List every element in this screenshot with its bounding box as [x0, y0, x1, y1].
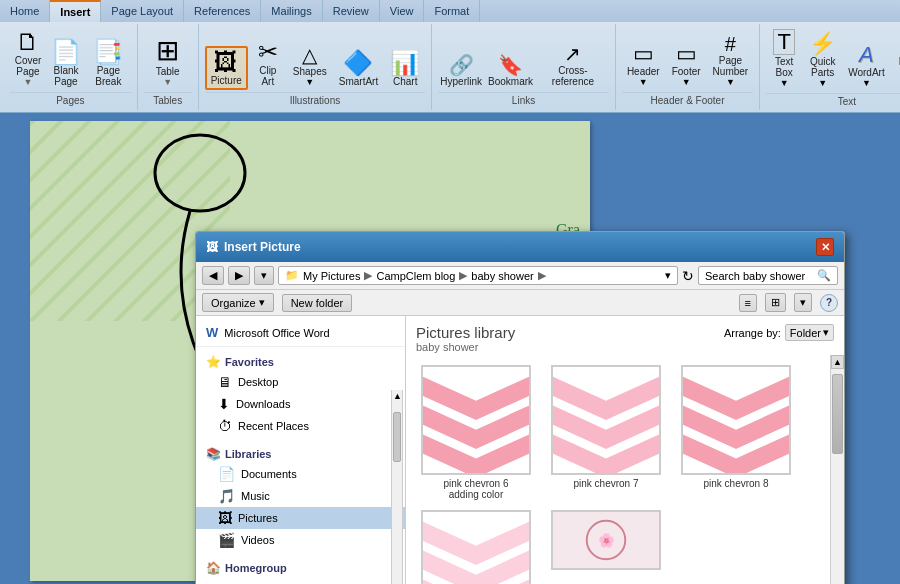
- thumbnail-item5[interactable]: 🌸: [546, 510, 666, 584]
- chevron7-svg: [553, 365, 659, 475]
- organize-arrow: ▾: [259, 296, 265, 309]
- nav-item-word[interactable]: W Microsoft Office Word: [196, 322, 405, 347]
- smart-art-button[interactable]: 🔷 SmartArt: [334, 48, 383, 90]
- organize-button[interactable]: Organize ▾: [202, 293, 274, 312]
- nav-item-videos[interactable]: 🎬 Videos: [196, 529, 405, 551]
- recent-label: Recent Places: [238, 420, 309, 432]
- arrange-bar: Arrange by: Folder ▾: [724, 324, 834, 341]
- tab-insert[interactable]: Insert: [50, 0, 101, 22]
- desktop-label: Desktop: [238, 376, 278, 388]
- page-break-button[interactable]: 📑 Page Break: [86, 37, 131, 90]
- text-box-label: TextBox: [775, 56, 793, 78]
- view-details-button[interactable]: ⊞: [765, 293, 786, 312]
- cross-ref-icon: ↗: [564, 44, 581, 64]
- chart-button[interactable]: 📊 Chart: [385, 48, 425, 90]
- word-art-label: WordArt: [848, 67, 885, 78]
- search-text: Search baby shower: [705, 270, 805, 282]
- address-path[interactable]: 📁 My Pictures ▶ CampClem blog ▶ baby sho…: [278, 266, 678, 285]
- nav-item-downloads[interactable]: ⬇ Downloads: [196, 393, 405, 415]
- word-art-button[interactable]: A WordArt ▼: [843, 41, 890, 91]
- table-arrow: ▼: [163, 77, 172, 87]
- nav-item-recent[interactable]: ⏱ Recent Places: [196, 415, 405, 437]
- arrange-value: Folder: [790, 327, 821, 339]
- quick-parts-arrow: ▼: [818, 78, 827, 88]
- help-button[interactable]: ?: [820, 294, 838, 312]
- content-scroll-thumb[interactable]: [832, 374, 843, 454]
- new-folder-button[interactable]: New folder: [282, 294, 353, 312]
- picture-button[interactable]: 🖼 Picture: [205, 46, 248, 90]
- thumb-img-chevron8: [681, 365, 791, 475]
- dialog-close-button[interactable]: ✕: [816, 238, 834, 256]
- cross-ref-button[interactable]: ↗ Cross-reference: [537, 41, 609, 90]
- thumbnail-chevron9[interactable]: pink chevron 9lighter: [416, 510, 536, 584]
- shapes-button[interactable]: △ Shapes ▼: [288, 42, 332, 90]
- quick-parts-button[interactable]: ⚡ QuickParts ▼: [804, 30, 841, 91]
- back-button[interactable]: ◀: [202, 266, 224, 285]
- refresh-button[interactable]: ↻: [682, 268, 694, 284]
- nav-scroll-thumb[interactable]: [393, 412, 401, 462]
- favorites-label: Favorites: [225, 356, 274, 368]
- page-break-icon: 📑: [93, 40, 123, 64]
- tab-view[interactable]: View: [380, 0, 425, 22]
- picture-label: Picture: [211, 75, 242, 86]
- search-box[interactable]: Search baby shower 🔍: [698, 266, 838, 285]
- thumbnail-chevron8[interactable]: pink chevron 8: [676, 365, 796, 500]
- nav-item-documents[interactable]: 📄 Documents: [196, 463, 405, 485]
- path-dropdown-btn[interactable]: ▾: [665, 269, 671, 282]
- address-part2: CampClem blog: [376, 270, 455, 282]
- ribbon-tabs: Home Insert Page Layout References Maili…: [0, 0, 900, 22]
- nav-section-libraries[interactable]: 📚 Libraries: [196, 443, 405, 463]
- header-button[interactable]: ▭ Header ▼: [622, 40, 665, 90]
- hyperlink-button[interactable]: 🔗 Hyperlink: [438, 52, 484, 90]
- shapes-arrow: ▼: [305, 77, 314, 87]
- picture-icon: 🖼: [214, 50, 238, 74]
- shapes-label: Shapes: [293, 66, 327, 77]
- text-box-button[interactable]: T TextBox ▼: [766, 26, 802, 91]
- path-sep-3: ▶: [538, 269, 546, 282]
- blank-page-button[interactable]: 📄 BlankPage: [48, 37, 84, 90]
- recent-button[interactable]: ▾: [254, 266, 274, 285]
- tab-mailings[interactable]: Mailings: [261, 0, 322, 22]
- documents-icon: 📄: [218, 466, 235, 482]
- arrange-dropdown[interactable]: Folder ▾: [785, 324, 834, 341]
- text-box-icon: T: [773, 29, 794, 55]
- nav-item-desktop[interactable]: 🖥 Desktop: [196, 371, 405, 393]
- page-number-button[interactable]: # PageNumber ▼: [708, 31, 754, 90]
- text-group-label: Text: [766, 93, 900, 109]
- thumbnail-chevron7[interactable]: pink chevron 7: [546, 365, 666, 500]
- nav-section-homegroup[interactable]: 🏠 Homegroup: [196, 557, 405, 577]
- chevron9-svg: [423, 510, 529, 584]
- view-dropdown-button[interactable]: ▾: [794, 293, 812, 312]
- nav-section-favorites[interactable]: ⭐ Favorites: [196, 351, 405, 371]
- table-button[interactable]: ⊞ Table ▼: [144, 34, 192, 90]
- forward-button[interactable]: ▶: [228, 266, 250, 285]
- tab-page-layout[interactable]: Page Layout: [101, 0, 184, 22]
- arrange-label: Arrange by:: [724, 327, 781, 339]
- footer-icon: ▭: [676, 43, 697, 65]
- thumbnail-chevron6[interactable]: pink chevron 6adding color: [416, 365, 536, 500]
- path-sep-1: ▶: [364, 269, 372, 282]
- links-items: 🔗 Hyperlink 🔖 Bookmark ↗ Cross-reference: [438, 26, 609, 92]
- cover-page-button[interactable]: 🗋 CoverPage ▼: [10, 27, 46, 90]
- nav-item-pictures[interactable]: 🖼 Pictures: [196, 507, 405, 529]
- documents-label: Documents: [241, 468, 297, 480]
- footer-button[interactable]: ▭ Footer ▼: [667, 40, 706, 90]
- tab-format[interactable]: Format: [424, 0, 480, 22]
- address-bar: ◀ ▶ ▾ 📁 My Pictures ▶ CampClem blog ▶ ba…: [196, 262, 844, 290]
- content-scroll-up[interactable]: ▲: [831, 355, 844, 369]
- bookmark-label: Bookmark: [488, 76, 533, 87]
- nav-item-music[interactable]: 🎵 Music: [196, 485, 405, 507]
- view-list-button[interactable]: ≡: [739, 294, 757, 312]
- nav-scroll-up[interactable]: ▲: [392, 390, 402, 402]
- tab-review[interactable]: Review: [323, 0, 380, 22]
- tab-references[interactable]: References: [184, 0, 261, 22]
- drop-cap-button[interactable]: A DropCap ▼: [892, 30, 900, 91]
- bookmark-button[interactable]: 🔖 Bookmark: [486, 52, 535, 90]
- clip-art-button[interactable]: ✂ ClipArt: [250, 37, 286, 90]
- word-icon: W: [206, 325, 218, 340]
- tab-home[interactable]: Home: [0, 0, 50, 22]
- file-toolbar: Organize ▾ New folder ≡ ⊞ ▾ ?: [196, 290, 844, 316]
- music-icon: 🎵: [218, 488, 235, 504]
- ribbon-group-header-footer: ▭ Header ▼ ▭ Footer ▼ # PageNumber ▼ Hea…: [616, 24, 760, 110]
- chart-label: Chart: [393, 76, 417, 87]
